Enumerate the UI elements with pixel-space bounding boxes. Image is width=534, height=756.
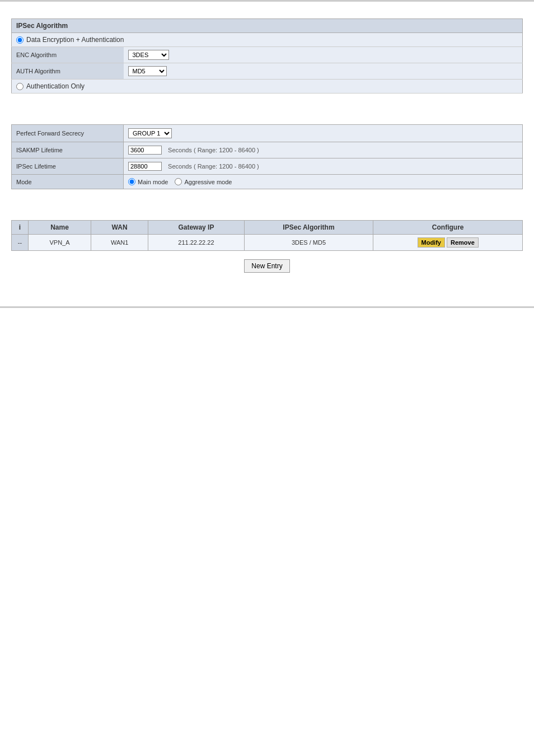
enc-algorithm-label: ENC Algorithm [12, 47, 124, 63]
row-i: -- [12, 235, 29, 251]
main-mode-radio[interactable] [128, 178, 135, 185]
vpn-table-header-row: i Name WAN Gateway IP IPSec Algorithm Co… [12, 221, 523, 235]
vpn-table-wrapper: i Name WAN Gateway IP IPSec Algorithm Co… [11, 220, 523, 251]
vpn-table-head: i Name WAN Gateway IP IPSec Algorithm Co… [12, 221, 523, 235]
auth-algorithm-row: AUTH Algorithm MD5 SHA1 SHA256 [12, 63, 523, 80]
data-enc-auth-row: Data Encryption + Authentication [12, 33, 523, 47]
col-i: i [12, 221, 29, 235]
ipsec-lifetime-label: IPSec Lifetime [12, 158, 124, 175]
pfs-section: Perfect Forward Secrecy GROUP 1 GROUP 2 … [11, 124, 523, 189]
enc-algorithm-select-wrapper: 3DES AES-128 AES-256 DES [128, 50, 518, 60]
enc-algorithm-row: ENC Algorithm 3DES AES-128 AES-256 DES [12, 47, 523, 63]
ipsec-lifetime-range: Seconds ( Range: 1200 - 86400 ) [168, 163, 259, 170]
isakmp-row: ISAKMP Lifetime Seconds ( Range: 1200 - … [12, 142, 523, 158]
mode-label: Mode [12, 175, 124, 189]
auth-only-row: Authentication Only [12, 80, 523, 94]
vpn-table-body: -- VPN_A WAN1 211.22.22.22 3DES / MD5 Mo… [12, 235, 523, 251]
row-gateway-ip: 211.22.22.22 [148, 235, 245, 251]
auth-algorithm-select[interactable]: MD5 SHA1 SHA256 [128, 66, 167, 76]
enc-algorithm-select[interactable]: 3DES AES-128 AES-256 DES [128, 50, 169, 60]
top-border [0, 0, 534, 2]
ipsec-algorithm-section: IPSec Algorithm Data Encryption + Authen… [11, 18, 523, 94]
pfs-row: Perfect Forward Secrecy GROUP 1 GROUP 2 … [12, 125, 523, 142]
modify-button[interactable]: Modify [418, 237, 445, 248]
ipsec-header-row: IPSec Algorithm [12, 19, 523, 33]
row-name: VPN_A [29, 235, 91, 251]
content-area: IPSec Algorithm Data Encryption + Authen… [0, 13, 534, 284]
row-ipsec-algorithm: 3DES / MD5 [244, 235, 373, 251]
page-wrapper: IPSec Algorithm Data Encryption + Authen… [0, 0, 534, 756]
new-entry-wrapper: New Entry [11, 259, 523, 273]
spacer-2 [11, 206, 523, 220]
mode-row: Mode Main mode Aggressive mode [12, 175, 523, 189]
ipsec-section-title: IPSec Algorithm [12, 19, 523, 33]
aggressive-mode-radio[interactable] [175, 178, 182, 185]
vpn-table: i Name WAN Gateway IP IPSec Algorithm Co… [11, 220, 523, 251]
col-name: Name [29, 221, 91, 235]
table-row: -- VPN_A WAN1 211.22.22.22 3DES / MD5 Mo… [12, 235, 523, 251]
remove-button[interactable]: Remove [447, 237, 479, 248]
auth-only-label[interactable]: Authentication Only [16, 82, 518, 90]
spacer-1 [11, 110, 523, 124]
pfs-table: Perfect Forward Secrecy GROUP 1 GROUP 2 … [11, 124, 523, 189]
ipsec-algorithm-table: IPSec Algorithm Data Encryption + Authen… [11, 18, 523, 94]
aggressive-mode-label[interactable]: Aggressive mode [175, 178, 232, 185]
col-configure: Configure [373, 221, 523, 235]
col-gateway-ip: Gateway IP [148, 221, 245, 235]
auth-algorithm-label: AUTH Algorithm [12, 63, 124, 80]
ipsec-lifetime-row: IPSec Lifetime Seconds ( Range: 1200 - 8… [12, 158, 523, 175]
pfs-select[interactable]: GROUP 1 GROUP 2 GROUP 5 Disable [128, 128, 172, 138]
isakmp-range: Seconds ( Range: 1200 - 86400 ) [168, 147, 259, 153]
isakmp-label: ISAKMP Lifetime [12, 142, 124, 158]
col-wan: WAN [91, 221, 148, 235]
col-ipsec-algorithm: IPSec Algorithm [244, 221, 373, 235]
auth-only-radio[interactable] [16, 83, 24, 90]
ipsec-lifetime-input[interactable] [128, 162, 162, 171]
pfs-label: Perfect Forward Secrecy [12, 125, 124, 142]
row-wan: WAN1 [91, 235, 148, 251]
mode-radio-group: Main mode Aggressive mode [128, 178, 518, 185]
isakmp-input[interactable] [128, 146, 162, 155]
data-enc-auth-label[interactable]: Data Encryption + Authentication [16, 36, 518, 44]
row-configure: Modify Remove [373, 235, 523, 251]
main-mode-label[interactable]: Main mode [128, 178, 168, 185]
bottom-border [0, 306, 534, 308]
data-enc-auth-radio[interactable] [16, 36, 24, 44]
new-entry-button[interactable]: New Entry [244, 259, 289, 273]
